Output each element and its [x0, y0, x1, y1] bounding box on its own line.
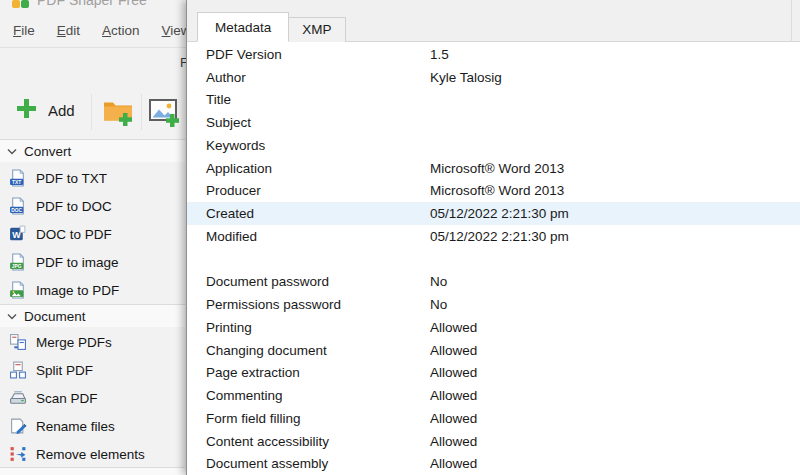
tabstrip-right-edge: [791, 0, 792, 42]
sidebar-item-pdf-to-doc[interactable]: DOC PDF to DOC: [0, 192, 185, 220]
metadata-label: Created: [187, 206, 430, 221]
metadata-value: Allowed: [430, 343, 800, 358]
metadata-value: No: [430, 297, 800, 312]
metadata-label: Content accessibility: [187, 434, 430, 449]
sidebar-item-pdf-to-txt[interactable]: TXT PDF to TXT: [0, 164, 185, 192]
metadata-value: Allowed: [430, 434, 800, 449]
metadata-row[interactable]: PrintingAllowed: [187, 316, 800, 339]
metadata-rows: PDF Version1.5AuthorKyle TalosigTitleSub…: [187, 43, 800, 475]
toolbar-separator: [91, 94, 92, 130]
metadata-row[interactable]: Modified05/12/2022 2:21:30 pm: [187, 225, 800, 248]
chevron-down-icon: [7, 313, 17, 320]
svg-text:TXT: TXT: [12, 180, 21, 185]
metadata-value: Allowed: [430, 388, 800, 403]
sidebar-item-scan-pdf[interactable]: Scan PDF: [0, 384, 185, 412]
doc-to-pdf-icon: W: [9, 225, 27, 243]
metadata-label: Producer: [187, 183, 430, 198]
image-to-pdf-icon: [9, 281, 27, 299]
metadata-label: Changing document: [187, 343, 430, 358]
metadata-value: 1.5: [430, 47, 800, 62]
sidebar-item-pdf-to-image[interactable]: JPG PDF to image: [0, 248, 185, 276]
metadata-label: Page extraction: [187, 365, 430, 380]
sidebar-item-rename-files[interactable]: Rename files: [0, 412, 185, 440]
sidebar-item-split-pdf[interactable]: Split PDF: [0, 356, 185, 384]
metadata-value: 05/12/2022 2:21:30 pm: [430, 229, 800, 244]
image-plus-icon: [148, 97, 180, 127]
section-header-convert[interactable]: Convert: [0, 139, 185, 162]
main-window: PDF Shaper Free File Edit Action View F …: [0, 0, 186, 475]
sidebar-item-doc-to-pdf[interactable]: W DOC to PDF: [0, 220, 185, 248]
sidebar-item-remove-elements[interactable]: Remove elements: [0, 440, 185, 468]
sidebar-item-merge-pdfs[interactable]: Merge PDFs: [0, 328, 185, 356]
metadata-row[interactable]: Permissions passwordNo: [187, 293, 800, 316]
metadata-row[interactable]: Page extractionAllowed: [187, 362, 800, 385]
menubar: File Edit Action View: [2, 20, 202, 41]
tab-xmp[interactable]: XMP: [289, 17, 345, 42]
metadata-label: Subject: [187, 115, 430, 130]
add-button[interactable]: Add: [10, 94, 81, 127]
metadata-label: Form field filling: [187, 411, 430, 426]
metadata-row[interactable]: Changing documentAllowed: [187, 339, 800, 362]
metadata-row[interactable]: Keywords: [187, 134, 800, 157]
metadata-row[interactable]: ApplicationMicrosoft® Word 2013: [187, 157, 800, 180]
svg-text:JPG: JPG: [12, 264, 22, 269]
section-header-document[interactable]: Document: [0, 304, 185, 327]
toolbar-separator-2: [141, 94, 142, 130]
menu-separator: [0, 47, 186, 48]
metadata-value: Allowed: [430, 320, 800, 335]
menu-action[interactable]: Action: [91, 20, 151, 41]
metadata-label: Keywords: [187, 138, 430, 153]
metadata-label: Commenting: [187, 388, 430, 403]
metadata-label: Application: [187, 161, 430, 176]
rename-files-icon: [9, 417, 27, 435]
menu-edit[interactable]: Edit: [46, 20, 91, 41]
tab-strip: Metadata XMP: [187, 0, 800, 42]
metadata-row[interactable]: AuthorKyle Talosig: [187, 66, 800, 89]
metadata-row[interactable]: Title: [187, 89, 800, 112]
tab-metadata[interactable]: Metadata: [197, 12, 289, 42]
metadata-label: Permissions password: [187, 297, 430, 312]
metadata-value: Allowed: [430, 456, 800, 471]
sidebar-item-image-to-pdf[interactable]: Image to PDF: [0, 276, 185, 304]
metadata-row[interactable]: Document passwordNo: [187, 271, 800, 294]
pdf-to-txt-icon: TXT: [9, 169, 27, 187]
metadata-label: Printing: [187, 320, 430, 335]
metadata-value: Microsoft® Word 2013: [430, 183, 800, 198]
metadata-value: Kyle Talosig: [430, 70, 800, 85]
metadata-row[interactable]: Form field fillingAllowed: [187, 407, 800, 430]
metadata-row[interactable]: CommentingAllowed: [187, 384, 800, 407]
metadata-row[interactable]: Content accessibilityAllowed: [187, 430, 800, 453]
remove-elements-icon: [9, 445, 27, 463]
svg-text:DOC: DOC: [11, 208, 22, 213]
add-folder-button[interactable]: [102, 97, 134, 131]
pdf-to-image-icon: JPG: [9, 253, 27, 271]
add-image-button[interactable]: [148, 97, 180, 131]
metadata-row[interactable]: PDF Version1.5: [187, 43, 800, 66]
chevron-down-icon: [7, 148, 17, 155]
metadata-value: Allowed: [430, 365, 800, 380]
metadata-row[interactable]: Created05/12/2022 2:21:30 pm: [187, 202, 800, 225]
metadata-row-spacer: [187, 248, 800, 271]
metadata-label: PDF Version: [187, 47, 430, 62]
app-logo-icon: [12, 0, 29, 8]
metadata-label: Document password: [187, 274, 430, 289]
add-button-label: Add: [48, 102, 75, 119]
metadata-label: Author: [187, 70, 430, 85]
metadata-row[interactable]: Document assemblyAllowed: [187, 453, 800, 475]
pdf-to-doc-icon: DOC: [9, 197, 27, 215]
scan-pdf-icon: [9, 389, 27, 407]
toolbar: Add: [0, 92, 186, 134]
merge-pdfs-icon: [9, 333, 27, 351]
metadata-value: Allowed: [430, 411, 800, 426]
metadata-row[interactable]: Subject: [187, 111, 800, 134]
metadata-label: Modified: [187, 229, 430, 244]
section-header-security[interactable]: Security: [0, 467, 185, 475]
metadata-value: 05/12/2022 2:21:30 pm: [430, 206, 800, 221]
titlebar: PDF Shaper Free: [12, 0, 147, 8]
menu-file[interactable]: File: [2, 20, 46, 41]
window-title: PDF Shaper Free: [37, 0, 147, 8]
plus-icon: [16, 98, 37, 123]
metadata-row[interactable]: ProducerMicrosoft® Word 2013: [187, 180, 800, 203]
split-pdf-icon: [9, 361, 27, 379]
properties-dialog: Metadata XMP PDF Version1.5AuthorKyle Ta…: [186, 0, 800, 475]
